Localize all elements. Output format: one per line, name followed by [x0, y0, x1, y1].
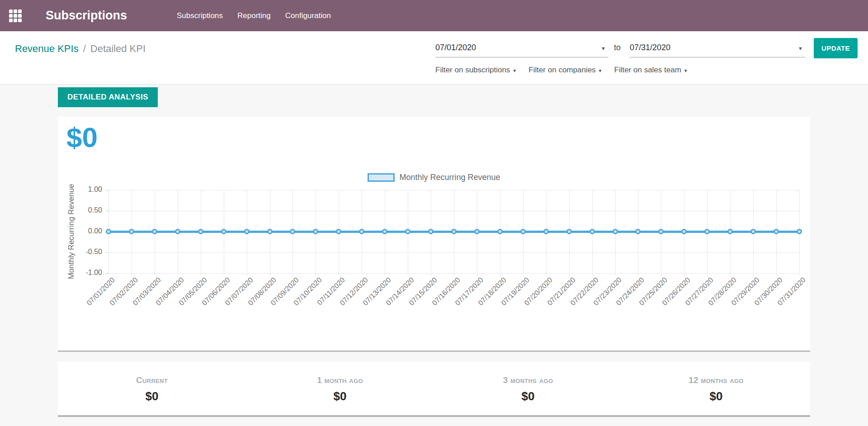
summary-period-label: Current [58, 375, 246, 385]
update-button[interactable]: UPDATE [814, 38, 858, 58]
data-point-marker [359, 229, 364, 234]
filter-bar: Filter on subscriptions▼Filter on compan… [435, 66, 688, 75]
data-point-marker [198, 229, 203, 234]
data-point-marker [727, 229, 733, 234]
data-point-marker [704, 229, 710, 234]
breadcrumb-separator: / [83, 43, 86, 54]
breadcrumb: Revenue KPIs/Detailed KPI [15, 43, 146, 55]
filter-filter-on-subscriptions[interactable]: Filter on subscriptions▼ [435, 66, 517, 75]
main-menu: SubscriptionsReportingConfiguration [170, 0, 338, 31]
summary-period-label: 12 months ago [622, 375, 810, 385]
chevron-down-icon: ▼ [598, 68, 603, 73]
summary-column: 12 months ago$0 [622, 362, 810, 415]
data-point-marker [382, 229, 387, 234]
detailed-analysis-badge: DETAILED ANALYSIS [58, 87, 158, 107]
data-point-marker [635, 229, 641, 234]
page: Subscriptions SubscriptionsReportingConf… [0, 0, 868, 426]
data-point-marker [106, 229, 111, 234]
data-point-marker [474, 229, 480, 234]
breadcrumb-parent-link[interactable]: Revenue KPIs [15, 43, 79, 54]
summary-value: $0 [58, 389, 246, 403]
date-from-value: 07/01/2020 [435, 43, 476, 52]
filter-filter-on-sales-team[interactable]: Filter on sales team▼ [614, 66, 688, 75]
y-axis-label: Monthly Recurring Revenue [67, 184, 76, 279]
data-point-marker [267, 229, 273, 234]
data-point-marker [590, 229, 595, 234]
data-point-marker [244, 229, 250, 234]
filter-label: Filter on companies [528, 66, 595, 74]
main-content: DETAILED ANALYSIS $0 Monthly Recurring R… [0, 85, 868, 426]
menu-item-subscriptions[interactable]: Subscriptions [170, 0, 230, 31]
data-point-marker [290, 229, 295, 234]
data-point-marker [658, 229, 664, 234]
chevron-down-icon: ▼ [684, 68, 688, 73]
summary-period-label: 1 month ago [246, 375, 434, 385]
data-point-marker [313, 229, 318, 234]
breadcrumb-current: Detailed KPI [90, 43, 146, 54]
kpi-summary-card: Current$01 month ago$03 months ago$012 m… [58, 362, 810, 417]
summary-value: $0 [434, 389, 622, 403]
filter-label: Filter on sales team [614, 66, 681, 74]
line-chart: 1.000.500.00-0.50-1.0007/01/202007/02/20… [58, 117, 810, 352]
date-to-input[interactable]: 07/31/2020 ▼ [630, 39, 806, 57]
control-panel: Revenue KPIs/Detailed KPI 07/01/2020 ▼ t… [0, 31, 868, 85]
filter-filter-on-companies[interactable]: Filter on companies▼ [528, 66, 602, 75]
data-point-marker [613, 229, 618, 234]
to-label: to [614, 43, 621, 52]
data-point-marker [543, 229, 549, 234]
summary-value: $0 [246, 389, 434, 403]
data-point-marker [175, 229, 180, 234]
data-point-marker [129, 229, 134, 234]
data-point-marker [681, 229, 687, 234]
top-navbar: Subscriptions SubscriptionsReportingConf… [0, 0, 868, 31]
data-point-marker [428, 229, 434, 234]
filter-label: Filter on subscriptions [435, 66, 510, 74]
chevron-down-icon: ▼ [798, 40, 803, 57]
data-point-marker [405, 229, 410, 234]
data-point-marker [451, 229, 457, 234]
summary-column: Current$0 [58, 362, 246, 415]
app-title: Subscriptions [46, 0, 127, 31]
mrr-chart-card: $0 Monthly Recurring Revenue 1.000.500.0… [58, 117, 810, 352]
date-from-input[interactable]: 07/01/2020 ▼ [435, 39, 609, 57]
chevron-down-icon: ▼ [512, 68, 517, 73]
summary-period-label: 3 months ago [434, 375, 622, 385]
data-point-marker [750, 229, 756, 234]
data-point-marker [774, 229, 779, 234]
data-point-marker [336, 229, 341, 234]
data-point-marker [221, 229, 226, 234]
data-point-marker [497, 229, 503, 234]
chevron-down-icon: ▼ [601, 40, 606, 57]
menu-item-configuration[interactable]: Configuration [278, 0, 338, 31]
summary-column: 3 months ago$0 [434, 362, 622, 415]
summary-column: 1 month ago$0 [246, 362, 434, 415]
data-point-marker [152, 229, 157, 234]
summary-value: $0 [622, 389, 810, 403]
data-point-marker [566, 229, 572, 234]
data-point-marker [797, 229, 802, 234]
apps-grid-icon[interactable] [9, 9, 22, 22]
date-to-value: 07/31/2020 [630, 43, 670, 52]
data-point-marker [520, 229, 526, 234]
menu-item-reporting[interactable]: Reporting [230, 0, 278, 31]
